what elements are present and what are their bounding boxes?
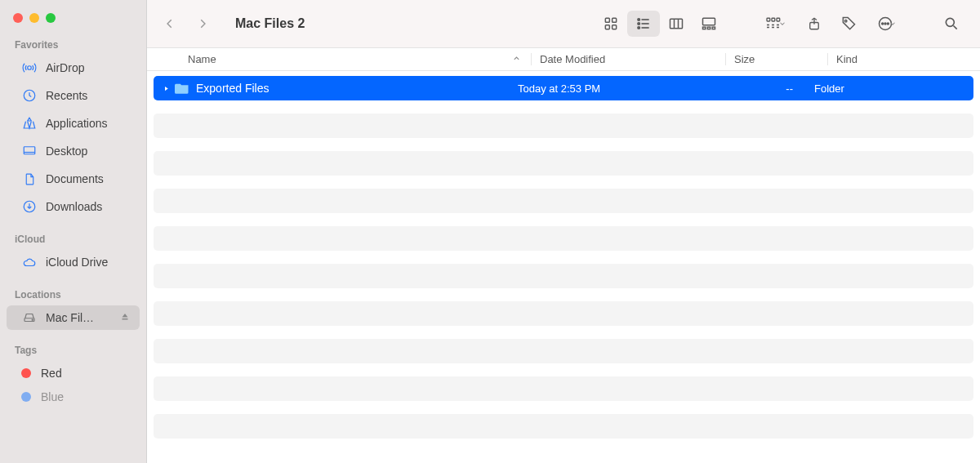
svg-point-13 xyxy=(638,27,640,29)
svg-rect-20 xyxy=(772,18,775,21)
svg-point-5 xyxy=(32,319,33,320)
sidebar-tag-blue[interactable]: Blue xyxy=(7,389,140,405)
sidebar-item-downloads[interactable]: Downloads xyxy=(7,194,140,219)
svg-rect-17 xyxy=(707,27,710,29)
svg-point-11 xyxy=(638,19,640,21)
sidebar-section-locations: Locations xyxy=(0,284,146,304)
eject-icon[interactable] xyxy=(120,312,130,323)
tag-dot-icon xyxy=(21,368,31,378)
fullscreen-window-button[interactable] xyxy=(46,13,56,23)
column-header-date[interactable]: Date Modified xyxy=(531,53,725,65)
empty-row xyxy=(154,301,973,326)
share-button[interactable] xyxy=(800,11,828,37)
svg-rect-19 xyxy=(767,18,770,21)
empty-row xyxy=(154,189,973,213)
file-kind: Folder xyxy=(806,82,973,95)
desktop-icon xyxy=(21,143,38,159)
column-label: Kind xyxy=(836,53,858,65)
sidebar-item-label: AirDrop xyxy=(46,61,130,74)
sidebar-section-icloud: iCloud xyxy=(0,229,146,248)
actions-button[interactable] xyxy=(869,11,905,37)
chevron-down-icon xyxy=(778,20,786,28)
sidebar-section-favorites: Favorites xyxy=(0,34,146,54)
group-by-button[interactable] xyxy=(758,11,794,37)
sidebar-item-label: Recents xyxy=(46,89,130,102)
empty-row xyxy=(154,226,973,251)
tag-dot-icon xyxy=(21,392,31,402)
view-list-button[interactable] xyxy=(627,11,660,37)
empty-row xyxy=(154,114,973,138)
nav-arrows xyxy=(162,16,211,32)
cloud-icon xyxy=(21,254,38,270)
folder-icon xyxy=(173,82,191,95)
sidebar-item-documents[interactable]: Documents xyxy=(7,167,140,191)
view-icons-button[interactable] xyxy=(595,11,627,37)
file-name: Exported Files xyxy=(196,82,269,95)
empty-row xyxy=(154,376,973,401)
sidebar-tag-red[interactable]: Red xyxy=(7,361,140,385)
sidebar-item-mac-files[interactable]: Mac Fil… xyxy=(7,305,140,330)
svg-point-25 xyxy=(882,23,884,24)
sidebar-item-recents[interactable]: Recents xyxy=(7,83,140,108)
sidebar-item-label: Downloads xyxy=(46,200,130,213)
sidebar-item-label: iCloud Drive xyxy=(46,256,130,269)
svg-rect-6 xyxy=(122,318,128,320)
view-mode-group xyxy=(595,11,725,37)
svg-rect-14 xyxy=(670,19,683,29)
file-date: Today at 2:53 PM xyxy=(510,82,704,95)
column-label: Date Modified xyxy=(540,53,605,65)
disclosure-triangle-icon[interactable] xyxy=(158,85,173,92)
column-header-size[interactable]: Size xyxy=(725,53,827,65)
sidebar-item-airdrop[interactable]: AirDrop xyxy=(7,56,140,80)
column-header-kind[interactable]: Kind xyxy=(827,53,980,65)
empty-row xyxy=(154,339,973,363)
empty-row xyxy=(154,264,973,288)
sidebar: Favorites AirDrop Recents Applications D… xyxy=(0,0,147,463)
sidebar-item-applications[interactable]: Applications xyxy=(7,111,140,136)
main-panel: Mac Files 2 xyxy=(147,0,980,463)
sidebar-item-label: Documents xyxy=(46,172,130,185)
svg-rect-7 xyxy=(605,18,609,22)
svg-point-12 xyxy=(638,23,640,25)
svg-point-28 xyxy=(946,18,954,26)
sidebar-item-desktop[interactable]: Desktop xyxy=(7,139,140,163)
search-button[interactable] xyxy=(938,11,965,37)
svg-point-0 xyxy=(28,66,32,70)
column-label: Name xyxy=(188,53,216,65)
svg-rect-8 xyxy=(612,18,617,22)
column-header: Name Date Modified Size Kind xyxy=(147,48,980,71)
sidebar-item-label: Mac Fil… xyxy=(46,311,120,324)
svg-point-26 xyxy=(884,23,886,24)
minimize-window-button[interactable] xyxy=(29,13,39,23)
sidebar-item-icloud-drive[interactable]: iCloud Drive xyxy=(7,250,140,274)
column-label: Size xyxy=(734,53,755,65)
sidebar-section-tags: Tags xyxy=(0,340,146,359)
svg-rect-18 xyxy=(712,27,715,29)
svg-point-23 xyxy=(844,20,847,22)
airdrop-icon xyxy=(21,60,38,76)
column-header-name[interactable]: Name xyxy=(147,53,531,65)
empty-row xyxy=(154,414,973,439)
forward-button[interactable] xyxy=(194,16,211,32)
chevron-down-icon xyxy=(889,20,897,28)
toolbar: Mac Files 2 xyxy=(147,0,980,48)
back-button[interactable] xyxy=(162,16,178,32)
sidebar-item-label: Applications xyxy=(46,117,130,130)
tags-button[interactable] xyxy=(835,11,862,37)
document-icon xyxy=(21,171,38,187)
view-gallery-button[interactable] xyxy=(693,11,725,37)
clock-icon xyxy=(21,87,38,104)
sidebar-item-label: Blue xyxy=(41,390,130,403)
window-controls xyxy=(0,8,146,34)
file-row[interactable]: Exported Files Today at 2:53 PM -- Folde… xyxy=(154,76,973,100)
svg-rect-9 xyxy=(605,25,609,29)
svg-rect-2 xyxy=(24,147,35,154)
sidebar-item-label: Red xyxy=(41,367,130,380)
sort-ascending-icon xyxy=(512,53,521,65)
applications-icon xyxy=(21,115,38,131)
download-icon xyxy=(21,198,38,215)
svg-rect-15 xyxy=(703,18,715,24)
view-columns-button[interactable] xyxy=(660,11,693,37)
window-title: Mac Files 2 xyxy=(235,16,305,31)
close-window-button[interactable] xyxy=(13,13,23,23)
